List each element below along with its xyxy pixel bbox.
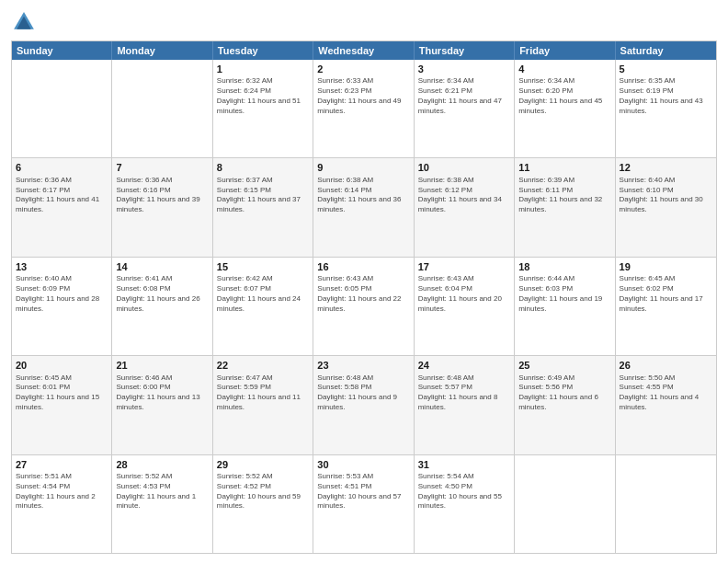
calendar-cell: 17Sunrise: 6:43 AM Sunset: 6:04 PM Dayli… [415, 258, 515, 355]
cell-info: Sunrise: 6:45 AM Sunset: 6:01 PM Dayligh… [16, 373, 108, 413]
logo-icon [11, 9, 37, 35]
calendar-cell: 19Sunrise: 6:45 AM Sunset: 6:02 PM Dayli… [616, 258, 716, 355]
calendar-header: SundayMondayTuesdayWednesdayThursdayFrid… [12, 41, 716, 60]
page: SundayMondayTuesdayWednesdayThursdayFrid… [0, 0, 728, 563]
cell-info: Sunrise: 6:45 AM Sunset: 6:02 PM Dayligh… [620, 274, 712, 314]
cell-info: Sunrise: 6:34 AM Sunset: 6:21 PM Dayligh… [418, 76, 510, 116]
day-number: 26 [620, 359, 712, 372]
calendar-row: 27Sunrise: 5:51 AM Sunset: 4:54 PM Dayli… [12, 454, 716, 553]
cal-header-day: Friday [515, 41, 615, 60]
day-number: 27 [16, 458, 108, 471]
cell-info: Sunrise: 6:42 AM Sunset: 6:07 PM Dayligh… [217, 274, 309, 314]
cell-info: Sunrise: 6:43 AM Sunset: 6:05 PM Dayligh… [317, 274, 409, 314]
cell-info: Sunrise: 6:36 AM Sunset: 6:17 PM Dayligh… [16, 176, 108, 215]
day-number: 30 [317, 458, 409, 471]
calendar-cell: 3Sunrise: 6:34 AM Sunset: 6:21 PM Daylig… [415, 60, 515, 157]
calendar-cell: 20Sunrise: 6:45 AM Sunset: 6:01 PM Dayli… [12, 356, 112, 454]
calendar-cell: 15Sunrise: 6:42 AM Sunset: 6:07 PM Dayli… [213, 258, 313, 355]
calendar-cell: 30Sunrise: 5:53 AM Sunset: 4:51 PM Dayli… [313, 455, 414, 553]
cell-info: Sunrise: 6:41 AM Sunset: 6:08 PM Dayligh… [116, 274, 208, 314]
calendar-cell: 9Sunrise: 6:38 AM Sunset: 6:14 PM Daylig… [313, 158, 414, 256]
calendar-cell: 16Sunrise: 6:43 AM Sunset: 6:05 PM Dayli… [313, 258, 414, 355]
day-number: 9 [317, 161, 409, 174]
cell-info: Sunrise: 6:40 AM Sunset: 6:09 PM Dayligh… [16, 274, 108, 314]
cell-info: Sunrise: 6:46 AM Sunset: 6:00 PM Dayligh… [116, 373, 208, 413]
cell-info: Sunrise: 5:51 AM Sunset: 4:54 PM Dayligh… [16, 472, 108, 511]
day-number: 8 [217, 161, 309, 174]
day-number: 19 [620, 260, 712, 273]
day-number: 22 [217, 359, 309, 372]
cell-info: Sunrise: 5:50 AM Sunset: 4:55 PM Dayligh… [620, 373, 712, 413]
day-number: 10 [418, 161, 510, 174]
cell-info: Sunrise: 6:48 AM Sunset: 5:58 PM Dayligh… [317, 373, 409, 413]
cell-info: Sunrise: 6:32 AM Sunset: 6:24 PM Dayligh… [217, 76, 309, 116]
calendar-cell: 7Sunrise: 6:36 AM Sunset: 6:16 PM Daylig… [112, 158, 212, 256]
day-number: 18 [518, 260, 610, 273]
calendar-cell: 11Sunrise: 6:39 AM Sunset: 6:11 PM Dayli… [515, 158, 615, 256]
calendar-cell: 23Sunrise: 6:48 AM Sunset: 5:58 PM Dayli… [313, 356, 414, 454]
calendar-cell: 28Sunrise: 5:52 AM Sunset: 4:53 PM Dayli… [112, 455, 212, 553]
calendar-cell: 5Sunrise: 6:35 AM Sunset: 6:19 PM Daylig… [616, 60, 716, 157]
day-number: 2 [317, 63, 409, 75]
cal-header-day: Thursday [415, 41, 515, 60]
cell-info: Sunrise: 6:47 AM Sunset: 5:59 PM Dayligh… [217, 373, 309, 413]
cal-header-day: Monday [112, 41, 212, 60]
calendar-cell: 10Sunrise: 6:38 AM Sunset: 6:12 PM Dayli… [415, 158, 515, 256]
cell-info: Sunrise: 6:39 AM Sunset: 6:11 PM Dayligh… [518, 176, 610, 215]
day-number: 28 [116, 458, 208, 471]
calendar-cell: 4Sunrise: 6:34 AM Sunset: 6:20 PM Daylig… [515, 60, 615, 157]
cell-info: Sunrise: 6:36 AM Sunset: 6:16 PM Dayligh… [116, 176, 208, 215]
cell-info: Sunrise: 6:48 AM Sunset: 5:57 PM Dayligh… [418, 373, 510, 413]
day-number: 31 [418, 458, 510, 471]
calendar-cell: 31Sunrise: 5:54 AM Sunset: 4:50 PM Dayli… [415, 455, 515, 553]
calendar-cell: 14Sunrise: 6:41 AM Sunset: 6:08 PM Dayli… [112, 258, 212, 355]
header [11, 9, 717, 35]
cell-info: Sunrise: 5:52 AM Sunset: 4:52 PM Dayligh… [217, 472, 309, 511]
calendar-cell: 25Sunrise: 6:49 AM Sunset: 5:56 PM Dayli… [515, 356, 615, 454]
cell-info: Sunrise: 6:44 AM Sunset: 6:03 PM Dayligh… [518, 274, 610, 314]
cell-info: Sunrise: 6:38 AM Sunset: 6:12 PM Dayligh… [418, 176, 510, 215]
day-number: 14 [116, 260, 208, 273]
cell-info: Sunrise: 6:40 AM Sunset: 6:10 PM Dayligh… [620, 176, 712, 215]
calendar-cell [515, 455, 615, 553]
calendar-cell: 1Sunrise: 6:32 AM Sunset: 6:24 PM Daylig… [213, 60, 313, 157]
day-number: 29 [217, 458, 309, 471]
day-number: 5 [620, 63, 712, 75]
calendar-body: 1Sunrise: 6:32 AM Sunset: 6:24 PM Daylig… [12, 60, 716, 553]
cell-info: Sunrise: 6:34 AM Sunset: 6:20 PM Dayligh… [518, 76, 610, 116]
day-number: 20 [16, 359, 108, 372]
cal-header-day: Sunday [12, 41, 112, 60]
cell-info: Sunrise: 6:33 AM Sunset: 6:23 PM Dayligh… [317, 76, 409, 116]
calendar-cell: 21Sunrise: 6:46 AM Sunset: 6:00 PM Dayli… [112, 356, 212, 454]
cell-info: Sunrise: 5:52 AM Sunset: 4:53 PM Dayligh… [116, 472, 208, 511]
calendar-row: 6Sunrise: 6:36 AM Sunset: 6:17 PM Daylig… [12, 157, 716, 256]
calendar-cell: 29Sunrise: 5:52 AM Sunset: 4:52 PM Dayli… [213, 455, 313, 553]
calendar-cell: 8Sunrise: 6:37 AM Sunset: 6:15 PM Daylig… [213, 158, 313, 256]
calendar-cell: 18Sunrise: 6:44 AM Sunset: 6:03 PM Dayli… [515, 258, 615, 355]
day-number: 21 [116, 359, 208, 372]
calendar-cell: 24Sunrise: 6:48 AM Sunset: 5:57 PM Dayli… [415, 356, 515, 454]
calendar-cell: 6Sunrise: 6:36 AM Sunset: 6:17 PM Daylig… [12, 158, 112, 256]
cell-info: Sunrise: 5:53 AM Sunset: 4:51 PM Dayligh… [317, 472, 409, 511]
day-number: 13 [16, 260, 108, 273]
cell-info: Sunrise: 6:49 AM Sunset: 5:56 PM Dayligh… [518, 373, 610, 413]
cal-header-day: Saturday [616, 41, 716, 60]
cell-info: Sunrise: 6:37 AM Sunset: 6:15 PM Dayligh… [217, 176, 309, 215]
calendar-cell: 26Sunrise: 5:50 AM Sunset: 4:55 PM Dayli… [616, 356, 716, 454]
day-number: 16 [317, 260, 409, 273]
cell-info: Sunrise: 6:35 AM Sunset: 6:19 PM Dayligh… [620, 76, 712, 116]
calendar-cell: 2Sunrise: 6:33 AM Sunset: 6:23 PM Daylig… [313, 60, 414, 157]
calendar-cell: 22Sunrise: 6:47 AM Sunset: 5:59 PM Dayli… [213, 356, 313, 454]
day-number: 11 [518, 161, 610, 174]
calendar-cell: 13Sunrise: 6:40 AM Sunset: 6:09 PM Dayli… [12, 258, 112, 355]
calendar-cell [616, 455, 716, 553]
calendar-cell [112, 60, 212, 157]
calendar-row: 1Sunrise: 6:32 AM Sunset: 6:24 PM Daylig… [12, 60, 716, 157]
cell-info: Sunrise: 6:38 AM Sunset: 6:14 PM Dayligh… [317, 176, 409, 215]
day-number: 6 [16, 161, 108, 174]
calendar-cell [12, 60, 112, 157]
day-number: 25 [518, 359, 610, 372]
cell-info: Sunrise: 6:43 AM Sunset: 6:04 PM Dayligh… [418, 274, 510, 314]
calendar: SundayMondayTuesdayWednesdayThursdayFrid… [11, 40, 717, 554]
day-number: 7 [116, 161, 208, 174]
